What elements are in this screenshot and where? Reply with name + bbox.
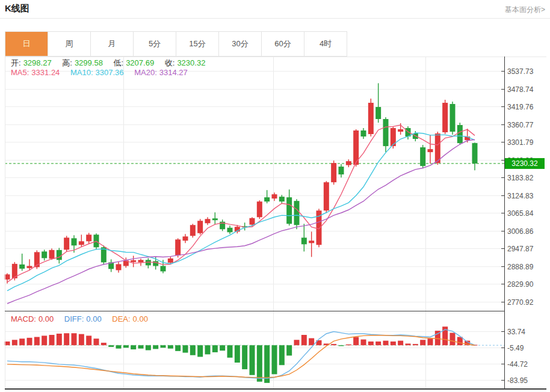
close-value: 3230.32 (177, 58, 205, 67)
kline-app: { "header": { "title": "K线图", "link": "基… (0, 0, 550, 392)
ohlc-row: 开:3298.27 高:3299.58 低:3207.69 收:3230.32 (11, 58, 208, 69)
dea-label: DEA: (112, 314, 130, 323)
ma10-line (7, 133, 475, 291)
macd-indicator-row: MACD:0.00 DIFF:0.00 DEA:0.00 (11, 314, 150, 323)
svg-text:2888.89: 2888.89 (507, 263, 534, 271)
svg-text:3301.79: 3301.79 (507, 138, 534, 147)
axes (5, 57, 546, 389)
svg-text:3124.83: 3124.83 (507, 192, 534, 200)
vertical-gridlines (123, 57, 425, 388)
diff-line (7, 329, 475, 378)
svg-text:3360.77: 3360.77 (507, 121, 534, 129)
svg-text:-5.49: -5.49 (507, 344, 524, 352)
price-axis-labels: 3537.733478.743419.763360.773301.793242.… (507, 67, 534, 385)
open-value: 3298.27 (23, 58, 52, 67)
ma20-value: 3314.27 (159, 68, 188, 77)
ma10-value: 3307.36 (96, 68, 124, 77)
candlesticks (5, 83, 478, 283)
price-gridlines (5, 72, 504, 381)
diff-label: DIFF: (64, 314, 84, 323)
ma10-label: MA10: (70, 68, 93, 77)
svg-text:2770.92: 2770.92 (507, 298, 534, 307)
high-value: 3299.58 (75, 58, 103, 67)
svg-text:-83.95: -83.95 (507, 376, 528, 385)
low-value: 3207.69 (126, 58, 154, 67)
svg-text:2947.87: 2947.87 (507, 245, 534, 253)
ma-row: MA5:3331.24 MA10:3307.36 MA20:3314.27 (11, 68, 190, 77)
ma20-line (7, 139, 475, 304)
svg-text:3065.84: 3065.84 (507, 209, 534, 218)
ma5-line (7, 125, 475, 282)
svg-text:-44.72: -44.72 (507, 360, 528, 369)
macd-label: MACD: (11, 314, 36, 323)
open-label: 开: (11, 58, 21, 67)
svg-text:2829.90: 2829.90 (507, 280, 534, 289)
svg-text:33.74: 33.74 (507, 328, 525, 336)
macd-value: 0.00 (39, 314, 54, 323)
dea-line (7, 335, 475, 378)
svg-text:3419.76: 3419.76 (507, 103, 534, 111)
svg-text:3183.82: 3183.82 (507, 174, 534, 182)
ma5-label: MA5: (11, 68, 29, 77)
ma5-value: 3331.24 (31, 68, 60, 77)
close-label: 收: (165, 58, 175, 67)
diff-value: 0.00 (86, 314, 101, 323)
dea-value: 0.00 (133, 314, 148, 323)
high-label: 高: (62, 58, 72, 67)
svg-text:3537.73: 3537.73 (507, 67, 534, 76)
last-price-badge: 3230.32 (505, 158, 545, 169)
ma20-label: MA20: (134, 68, 157, 77)
svg-text:3478.74: 3478.74 (507, 85, 534, 94)
low-label: 低: (114, 58, 124, 67)
svg-text:3230.32: 3230.32 (511, 159, 538, 168)
svg-text:3006.86: 3006.86 (507, 227, 534, 236)
